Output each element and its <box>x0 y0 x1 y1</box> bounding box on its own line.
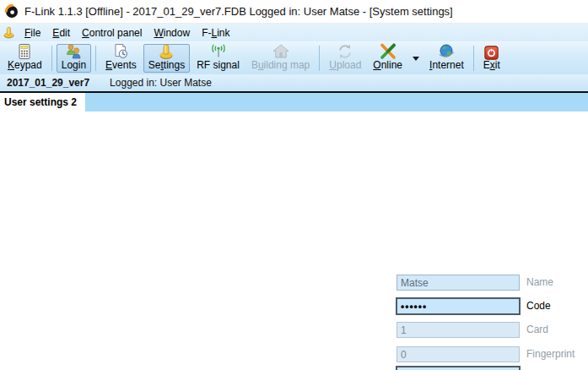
events-button[interactable]: Events <box>100 44 142 73</box>
toolbar: Keypad Login Events <box>0 42 588 74</box>
menubar: File Edit Control panel Window F-Link <box>0 24 588 42</box>
system-menu-icon[interactable] <box>3 26 15 39</box>
card-input[interactable] <box>396 322 520 338</box>
events-button-label: Events <box>105 60 137 71</box>
menu-item-flink[interactable]: F-Link <box>196 25 235 41</box>
menu-item-window[interactable]: Window <box>148 25 196 41</box>
titlebar: F-Link 1.1.3 [Offline] - 2017_01_29_ver7… <box>0 0 588 24</box>
card-label: Card <box>526 322 548 338</box>
building-map-house-icon <box>272 43 290 60</box>
keypad-calculator-icon <box>16 43 33 60</box>
rf-signal-button-label: RF signal <box>197 60 240 71</box>
online-button-label: Online <box>373 60 402 71</box>
internet-button[interactable]: Internet <box>424 44 469 73</box>
login-button[interactable]: Login <box>57 44 91 73</box>
keypad-button[interactable]: Keypad <box>3 44 47 73</box>
upload-button: Upload <box>324 44 366 73</box>
exit-button-label: Exit <box>483 60 500 71</box>
fingerprint-label: Fingerprint <box>526 346 575 362</box>
status-row: 2017_01_29_ver7 Logged in: User Matse <box>0 74 588 91</box>
tab-strip: User settings 2 <box>0 93 588 112</box>
online-button[interactable]: Online <box>368 44 407 73</box>
online-dropdown-arrow[interactable] <box>413 57 419 61</box>
upload-button-label: Upload <box>329 60 361 71</box>
menu-item-edit[interactable]: Edit <box>46 25 76 41</box>
tab-user-settings-2[interactable]: User settings 2 <box>0 93 85 112</box>
toolbar-separator <box>95 46 96 71</box>
app-logo-icon <box>4 4 19 19</box>
rf-signal-antenna-icon <box>209 43 228 60</box>
building-map-button-label: Building map <box>251 60 310 71</box>
toolbar-separator <box>51 46 52 71</box>
events-document-clock-icon <box>112 43 129 60</box>
window-title: F-Link 1.1.3 [Offline] - 2017_01_29_ver7… <box>24 5 453 18</box>
login-users-icon <box>64 43 83 60</box>
settings-button-label: Settings <box>148 60 185 71</box>
rf-signal-button[interactable]: RF signal <box>192 44 245 73</box>
internet-button-label: Internet <box>429 60 464 71</box>
code-label: Code <box>526 297 551 315</box>
logged-in-status: Logged in: User Matse <box>110 77 212 89</box>
fingerprint-input[interactable] <box>396 346 520 362</box>
login-button-label: Login <box>62 60 86 71</box>
partial-bottom-input[interactable] <box>396 366 521 370</box>
settings-button[interactable]: Settings <box>143 44 190 73</box>
menu-item-control-panel[interactable]: Control panel <box>76 25 148 41</box>
database-name: 2017_01_29_ver7 <box>7 77 89 89</box>
building-map-button: Building map <box>246 44 315 73</box>
internet-globe-icon <box>437 43 456 60</box>
name-input[interactable] <box>396 275 520 291</box>
exit-button[interactable]: Exit <box>478 44 505 73</box>
code-input[interactable] <box>396 297 521 315</box>
upload-sync-icon <box>337 43 353 60</box>
toolbar-separator <box>319 46 320 71</box>
settings-detector-icon <box>158 43 175 60</box>
keypad-button-label: Keypad <box>8 60 42 71</box>
menu-item-file[interactable]: File <box>19 25 46 41</box>
online-x-icon <box>380 43 396 60</box>
exit-power-icon <box>484 46 499 60</box>
toolbar-separator <box>473 46 474 71</box>
name-label: Name <box>526 275 553 291</box>
